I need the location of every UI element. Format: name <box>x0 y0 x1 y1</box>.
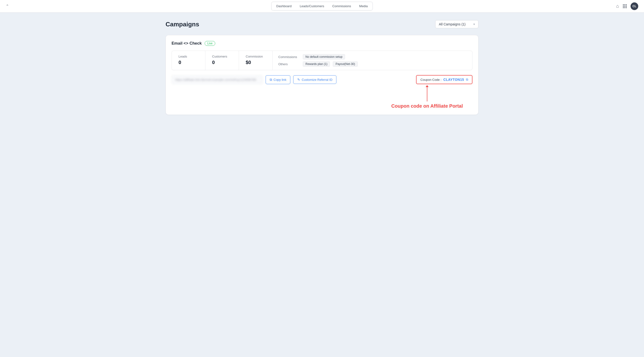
annotation-text: Coupon code on Affiliate Portal <box>391 103 463 109</box>
nav-tabs: Dashboard Leads/Customers Commissions Me… <box>271 2 373 10</box>
copy-icon: ⧉ <box>270 78 272 82</box>
arrow-line <box>427 87 427 101</box>
collapse-icon[interactable]: ⌃ <box>6 4 9 8</box>
others-row: Others Rewards plan (1) Payout(Net-30) <box>278 61 466 67</box>
apps-grid-icon[interactable] <box>623 4 627 8</box>
rewards-plan-tag: Rewards plan (1) <box>303 61 330 67</box>
leads-value: 0 <box>178 60 198 65</box>
others-label: Others <box>278 62 300 66</box>
live-status-badge: Live <box>205 41 215 46</box>
coupon-copy-icon[interactable]: ⧉ <box>466 78 468 81</box>
commissions-section: Commissions No default commission setup … <box>272 51 472 70</box>
leads-label: Leads <box>178 55 198 58</box>
nav-left: ⌃ <box>6 4 9 8</box>
user-avatar[interactable]: CL <box>630 2 638 10</box>
commission-default-tag: No default commission setup <box>303 54 345 59</box>
payout-tag: Payout(Net-30) <box>333 61 358 67</box>
tab-commissions[interactable]: Commissions <box>328 3 355 9</box>
campaigns-dropdown[interactable]: All Campaigns (1) ▾ <box>435 20 478 28</box>
leads-stat: Leads 0 <box>172 51 206 70</box>
stats-row: Leads 0 Customers 0 Commission $0 Commis… <box>172 50 472 70</box>
nav-right: ⌂ CL <box>616 2 638 10</box>
home-icon[interactable]: ⌂ <box>616 3 619 9</box>
copy-link-label: Copy link <box>274 78 286 81</box>
customize-referral-id-button[interactable]: ✎ Customize Referral ID <box>293 75 336 84</box>
page-title: Campaigns <box>166 21 199 28</box>
campaigns-dropdown-label: All Campaigns (1) <box>439 22 466 26</box>
tab-leads-customers[interactable]: Leads/Customers <box>296 3 328 9</box>
pencil-icon: ✎ <box>297 78 300 81</box>
coupon-code-box: Coupon Code : CLAYTON15 ⧉ <box>416 75 472 84</box>
chevron-down-icon: ▾ <box>474 22 475 26</box>
annotation-area: Coupon code on Affiliate Portal <box>172 87 472 109</box>
tab-media[interactable]: Media <box>355 3 372 9</box>
referral-link-input[interactable] <box>172 75 263 84</box>
copy-link-button[interactable]: ⧉ Copy link <box>266 75 290 84</box>
link-row: ⧉ Copy link ✎ Customize Referral ID Coup… <box>172 75 472 84</box>
coupon-label: Coupon Code : <box>420 78 441 81</box>
tab-dashboard[interactable]: Dashboard <box>272 3 296 9</box>
campaign-name: Email <> Check <box>172 41 202 46</box>
customers-value: 0 <box>212 60 232 65</box>
top-navigation: ⌃ Dashboard Leads/Customers Commissions … <box>0 0 644 12</box>
page-header: Campaigns All Campaigns (1) ▾ <box>166 20 478 28</box>
campaign-card: Email <> Check Live Leads 0 Customers 0 … <box>166 35 478 115</box>
commission-type-row: Commissions No default commission setup <box>278 54 466 59</box>
campaign-header: Email <> Check Live <box>172 41 472 46</box>
customize-label: Customize Referral ID <box>302 78 332 81</box>
customers-label: Customers <box>212 55 232 58</box>
commission-label: Commission <box>246 55 266 58</box>
commissions-section-label: Commissions <box>278 55 300 59</box>
coupon-value: CLAYTON15 <box>444 78 464 81</box>
commission-value: $0 <box>246 60 266 65</box>
commission-stat: Commission $0 <box>239 51 272 70</box>
annotation-container: Coupon code on Affiliate Portal <box>391 87 463 109</box>
customers-stat: Customers 0 <box>206 51 239 70</box>
main-content: Campaigns All Campaigns (1) ▾ Email <> C… <box>154 12 490 122</box>
